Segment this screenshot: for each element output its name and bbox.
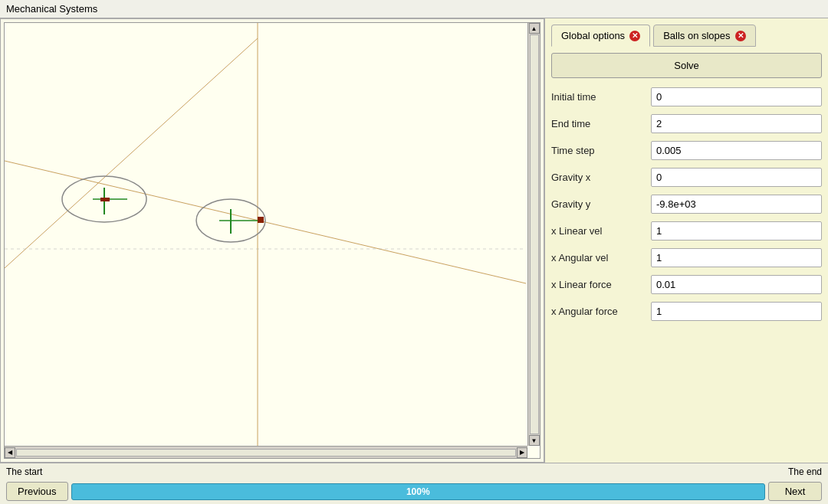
panel-content: Solve Initial timeEnd timeTime stepGravi… — [551, 53, 822, 457]
scroll-right-btn[interactable]: ▶ — [517, 447, 527, 458]
canvas-section: ▲ ▼ ◀ ▶ — [0, 18, 544, 463]
field-input-8[interactable] — [651, 302, 822, 321]
nav-row: Previous 100% Next — [6, 482, 822, 501]
tab-global-options[interactable]: Global options ✕ — [551, 25, 650, 47]
tab-global-options-label: Global options — [561, 30, 625, 41]
scroll-left-btn[interactable]: ◀ — [5, 447, 15, 458]
svg-rect-12 — [258, 217, 264, 223]
field-row-6: x Angular vel — [551, 248, 822, 267]
field-row-1: End time — [551, 114, 822, 133]
solve-button[interactable]: Solve — [551, 53, 822, 78]
field-label-0: Initial time — [551, 91, 651, 103]
field-label-5: x Linear vel — [551, 225, 651, 237]
field-input-3[interactable] — [651, 168, 822, 187]
progress-bar: 100% — [71, 483, 765, 500]
field-row-8: x Angular force — [551, 302, 822, 321]
previous-button[interactable]: Previous — [6, 482, 68, 501]
field-label-8: x Angular force — [551, 306, 651, 317]
field-input-7[interactable] — [651, 275, 822, 294]
field-label-3: Gravity x — [551, 172, 651, 183]
field-input-1[interactable] — [651, 114, 822, 133]
field-row-2: Time step — [551, 141, 822, 160]
tab-global-options-close[interactable]: ✕ — [629, 31, 640, 41]
scroll-down-btn[interactable]: ▼ — [529, 435, 540, 446]
field-input-0[interactable] — [651, 87, 822, 106]
field-input-4[interactable] — [651, 195, 822, 214]
field-input-2[interactable] — [651, 141, 822, 160]
right-panel: Global options ✕ Balls on slopes ✕ Solve… — [544, 18, 828, 463]
field-label-6: x Angular vel — [551, 252, 651, 263]
field-label-1: End time — [551, 118, 651, 129]
timeline-labels: The start The end — [6, 466, 822, 477]
main-area: ▲ ▼ ◀ ▶ Global options ✕ Balls on slopes… — [0, 18, 828, 463]
field-label-2: Time step — [551, 145, 651, 156]
field-row-3: Gravity x — [551, 168, 822, 187]
app-title: Mechanical Systems — [6, 3, 97, 15]
next-button[interactable]: Next — [768, 482, 822, 501]
tabs-row: Global options ✕ Balls on slopes ✕ — [551, 25, 822, 47]
field-row-4: Gravity y — [551, 195, 822, 214]
progress-label: 100% — [406, 486, 430, 497]
tab-balls-on-slopes-label: Balls on slopes — [663, 30, 730, 41]
title-bar: Mechanical Systems — [0, 0, 828, 18]
fields-container: Initial timeEnd timeTime stepGravity xGr… — [551, 87, 822, 321]
field-row-5: x Linear vel — [551, 221, 822, 241]
canvas-container: ▲ ▼ ◀ ▶ — [4, 22, 540, 459]
end-label: The end — [788, 466, 822, 477]
field-label-4: Gravity y — [551, 198, 651, 210]
field-row-7: x Linear force — [551, 275, 822, 294]
tab-balls-on-slopes[interactable]: Balls on slopes ✕ — [653, 25, 755, 47]
svg-rect-0 — [5, 23, 540, 458]
scroll-up-btn[interactable]: ▲ — [529, 23, 540, 34]
simulation-canvas — [5, 23, 540, 458]
field-input-6[interactable] — [651, 248, 822, 267]
svg-rect-8 — [100, 198, 110, 201]
field-input-5[interactable] — [651, 221, 822, 241]
tab-balls-on-slopes-close[interactable]: ✕ — [735, 31, 746, 41]
field-row-0: Initial time — [551, 87, 822, 106]
bottom-bar: The start The end Previous 100% Next — [0, 463, 828, 504]
start-label: The start — [6, 466, 42, 477]
field-label-7: x Linear force — [551, 279, 651, 290]
